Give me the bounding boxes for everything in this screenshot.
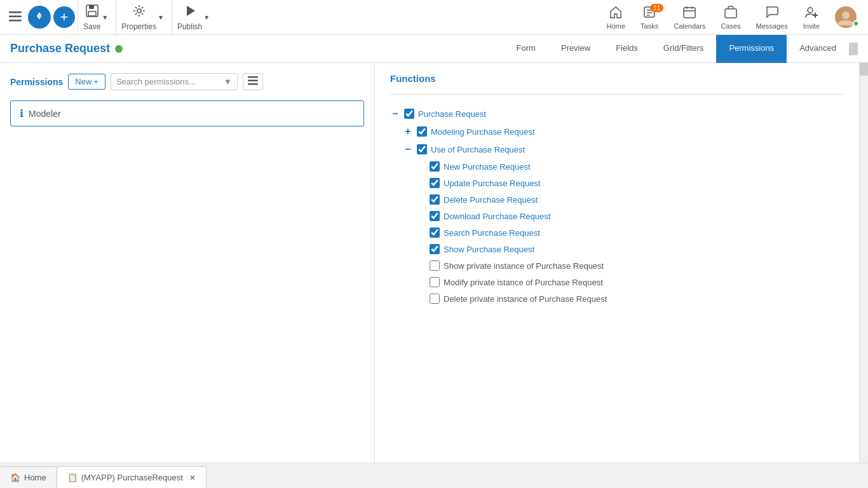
add-button[interactable]: + xyxy=(53,6,75,28)
nav-messages[interactable]: Messages xyxy=(750,3,794,32)
tree-item-show-private-pr: Show private instance of Purchase Reques… xyxy=(416,257,844,274)
properties-group[interactable]: Properties ▼ xyxy=(116,0,169,35)
functions-divider xyxy=(390,94,844,95)
calendars-icon xyxy=(682,5,696,22)
page-title: Purchase Request xyxy=(10,42,110,55)
tab-advanced[interactable]: Advanced xyxy=(787,35,849,63)
save-group[interactable]: Save ▼ xyxy=(78,0,113,35)
myapp-tab-icon: 📋 xyxy=(67,473,78,482)
home-tab-label: Home xyxy=(24,473,46,482)
search-permissions-dropdown[interactable]: Search permissions... ▼ xyxy=(111,73,238,90)
tree-checkbox-show-pr[interactable] xyxy=(430,244,440,254)
tab-fields[interactable]: Fields xyxy=(603,35,651,63)
properties-icon xyxy=(132,4,146,21)
nav-calendars[interactable]: Calendars xyxy=(667,3,712,32)
tree-label-modeling[interactable]: Modeling Purchase Request xyxy=(431,127,534,137)
nav-tasks[interactable]: 11 Tasks xyxy=(634,3,665,32)
right-panel-scrollbar[interactable] xyxy=(859,63,868,463)
svg-rect-14 xyxy=(248,76,258,78)
modeler-item[interactable]: ℹ Modeler xyxy=(10,100,364,126)
tree-checkbox-delete-private-pr[interactable] xyxy=(430,294,440,304)
tab-preview[interactable]: Preview xyxy=(548,35,603,63)
functions-tree: − Purchase Request + Modeling Purchase R… xyxy=(390,105,844,307)
new-plus-icon: + xyxy=(93,77,98,86)
publish-group[interactable]: Publish ▼ xyxy=(172,0,215,35)
svg-rect-16 xyxy=(248,83,258,85)
tree-item-new-pr: New Purchase Request xyxy=(416,158,844,175)
svg-rect-10 xyxy=(725,9,736,18)
tree-item-modify-private-pr: Modify private istance of Purchase Reque… xyxy=(416,274,844,290)
tab-grid-filters[interactable]: Grid/Filters xyxy=(651,35,717,63)
tree-item-modeling: + Modeling Purchase Request xyxy=(403,123,844,140)
tree-label-search-pr[interactable]: Search Purchase Request xyxy=(444,228,540,238)
search-dropdown-arrow: ▼ xyxy=(224,77,232,86)
tree-label-delete-private-pr[interactable]: Delete private instance of Purchase Requ… xyxy=(444,294,607,304)
hamburger-button[interactable] xyxy=(5,8,25,27)
tree-label-modify-private-pr[interactable]: Modify private istance of Purchase Reque… xyxy=(444,278,603,287)
tree-checkbox-modify-private-pr[interactable] xyxy=(430,277,440,287)
online-status-dot xyxy=(853,20,859,27)
right-scrollbar-top xyxy=(849,43,858,55)
tree-checkbox-search-pr[interactable] xyxy=(430,227,440,238)
tab-permissions[interactable]: Permissions xyxy=(716,35,787,63)
tree-toggle-purchase-request[interactable]: − xyxy=(390,108,400,119)
home-label: Home xyxy=(607,22,625,30)
tree-toggle-use[interactable]: − xyxy=(403,144,413,155)
tree-label-use[interactable]: Use of Purchase Request xyxy=(431,145,525,154)
home-tab-icon: 🏠 xyxy=(10,473,20,482)
svg-rect-1 xyxy=(9,15,22,17)
tabs-area: Form Preview Fields Grid/Filters Permiss… xyxy=(504,35,849,63)
bottom-tab-myapp[interactable]: 📋 (MYAPP) PurchaseRequest ✕ xyxy=(57,466,207,488)
properties-dropdown-arrow[interactable]: ▼ xyxy=(158,14,164,21)
tree-checkbox-update-pr[interactable] xyxy=(430,178,440,188)
calendars-label: Calendars xyxy=(674,22,705,30)
new-button[interactable]: New + xyxy=(68,74,105,90)
tree-checkbox-show-private-pr[interactable] xyxy=(430,261,440,271)
tree-label-download-pr[interactable]: Download Purchase Request xyxy=(444,212,550,221)
tree-children-use: New Purchase Request Update Purchase Req… xyxy=(403,158,844,307)
left-panel-header: Permissions New + Search permissions... … xyxy=(10,73,364,90)
save-dropdown-arrow[interactable]: ▼ xyxy=(102,14,108,21)
bottom-tab-bar: 🏠 Home 📋 (MYAPP) PurchaseRequest ✕ xyxy=(0,463,868,488)
modeler-label: Modeler xyxy=(29,109,61,119)
tree-checkbox-new-pr[interactable] xyxy=(430,161,440,172)
tasks-label: Tasks xyxy=(641,22,658,30)
messages-label: Messages xyxy=(756,22,788,30)
svg-rect-4 xyxy=(89,5,94,9)
myapp-tab-close[interactable]: ✕ xyxy=(189,473,196,482)
publish-dropdown-arrow[interactable]: ▼ xyxy=(203,14,210,21)
tree-children-purchase-request: + Modeling Purchase Request − Use of Pur… xyxy=(390,123,844,307)
save-icon xyxy=(85,4,99,21)
list-view-button[interactable] xyxy=(243,73,263,90)
tree-label-delete-pr[interactable]: Delete Purchase Request xyxy=(444,195,538,205)
tab-form[interactable]: Form xyxy=(504,35,548,63)
tree-toggle-modeling[interactable]: + xyxy=(403,126,413,137)
myapp-tab-label: (MYAPP) PurchaseRequest xyxy=(81,473,183,482)
tree-item-update-pr: Update Purchase Request xyxy=(416,175,844,191)
svg-rect-2 xyxy=(9,20,22,22)
tree-checkbox-delete-pr[interactable] xyxy=(430,194,440,205)
tree-label-update-pr[interactable]: Update Purchase Request xyxy=(444,179,540,188)
properties-label: Properties xyxy=(121,22,156,31)
publish-label: Publish xyxy=(177,22,202,31)
tree-label-show-pr[interactable]: Show Purchase Request xyxy=(444,245,534,254)
tree-label-show-private-pr[interactable]: Show private instance of Purchase Reques… xyxy=(444,261,604,271)
tree-label-purchase-request[interactable]: Purchase Request xyxy=(418,109,486,119)
nav-cases[interactable]: Cases xyxy=(714,3,747,32)
bottom-tab-home[interactable]: 🏠 Home xyxy=(0,466,57,488)
logo-button[interactable] xyxy=(28,6,51,29)
nav-invite[interactable]: Invite xyxy=(797,3,826,32)
tree-item-delete-private-pr: Delete private instance of Purchase Requ… xyxy=(416,290,844,307)
left-panel: Permissions New + Search permissions... … xyxy=(0,63,375,463)
right-panel: Functions − Purchase Request + Modeling … xyxy=(375,63,859,463)
nav-home[interactable]: Home xyxy=(600,3,632,32)
tree-label-new-pr[interactable]: New Purchase Request xyxy=(444,162,531,172)
user-avatar-container[interactable] xyxy=(829,4,863,30)
tree-checkbox-modeling[interactable] xyxy=(417,126,427,137)
tree-checkbox-download-pr[interactable] xyxy=(430,211,440,221)
info-icon: ℹ xyxy=(20,107,24,119)
tree-checkbox-purchase-request[interactable] xyxy=(404,109,414,119)
tree-checkbox-use[interactable] xyxy=(417,144,427,154)
permissions-label: Permissions xyxy=(10,77,63,87)
tree-item-show-pr: Show Purchase Request xyxy=(416,241,844,257)
